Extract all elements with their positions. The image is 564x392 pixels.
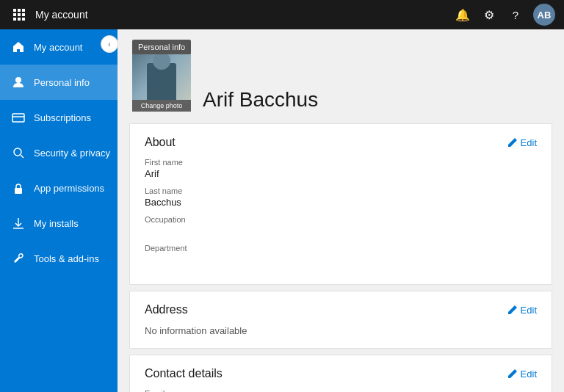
topbar-actions: 🔔 ⚙ ? AB [451, 3, 555, 26]
sidebar-item-my-installs-label: My installs [34, 218, 79, 229]
sidebar-item-tools-addins-label: Tools & add-ins [34, 253, 99, 264]
sidebar-collapse-button[interactable]: ‹ [101, 35, 118, 53]
sidebar-item-personal-info[interactable]: Personal info [0, 65, 118, 100]
svg-rect-1 [18, 9, 21, 12]
occupation-label: Occupation [145, 215, 537, 224]
last-name-label: Last name [145, 186, 537, 195]
svg-rect-0 [13, 9, 16, 12]
sidebar-item-subscriptions[interactable]: Subscriptions [0, 100, 118, 135]
sidebar: ‹ My account Personal info [0, 29, 118, 392]
contact-card-header: Contact details Edit [145, 367, 537, 380]
topbar: My account 🔔 ⚙ ? AB [0, 0, 564, 29]
help-question-icon[interactable]: ? [504, 3, 527, 26]
about-title: About [145, 136, 176, 149]
security-search-icon [12, 146, 25, 159]
about-card-header: About Edit [145, 136, 537, 149]
topbar-title: My account [35, 9, 451, 21]
wrench-icon [12, 252, 25, 265]
field-department: Department [145, 244, 537, 265]
notification-bell-icon[interactable]: 🔔 [451, 3, 474, 26]
svg-rect-2 [22, 9, 25, 12]
contact-card: Contact details Edit Email arif@onmsft.c… [129, 355, 552, 392]
field-last-name: Last name Bacchus [145, 186, 537, 208]
address-title: Address [145, 303, 188, 316]
occupation-value [145, 225, 537, 236]
person-icon [12, 76, 25, 89]
svg-point-9 [15, 77, 21, 83]
first-name-label: First name [145, 158, 537, 167]
sidebar-item-subscriptions-label: Subscriptions [34, 112, 91, 123]
address-no-info: No information available [145, 325, 537, 336]
contact-edit-button[interactable]: Edit [507, 369, 537, 380]
sidebar-item-tools-addins[interactable]: Tools & add-ins [0, 241, 118, 276]
content-area: Personal info Change photo Arif Bacchus … [118, 29, 564, 392]
sidebar-item-my-account-label: My account [34, 42, 82, 53]
profile-photo-container: Personal info Change photo [132, 41, 191, 112]
svg-rect-10 [12, 114, 24, 122]
field-occupation: Occupation [145, 215, 537, 236]
field-email: Email arif@onmsft.com [145, 389, 537, 392]
svg-rect-5 [22, 13, 25, 16]
address-card: Address Edit No information available [129, 291, 552, 349]
sidebar-item-my-installs[interactable]: My installs [0, 206, 118, 241]
about-card: About Edit First name Arif Last name Bac… [129, 123, 552, 285]
svg-rect-8 [22, 18, 25, 21]
svg-point-12 [14, 148, 21, 156]
download-icon [12, 217, 25, 230]
svg-rect-3 [13, 13, 16, 16]
change-photo-button[interactable]: Change photo [132, 100, 191, 112]
contact-edit-label: Edit [521, 369, 537, 380]
sidebar-item-my-account[interactable]: My account [0, 29, 118, 65]
profile-name: Arif Bacchus [203, 88, 318, 112]
lock-icon [12, 181, 25, 195]
svg-rect-7 [18, 18, 21, 21]
home-icon [12, 40, 25, 54]
sidebar-item-app-permissions-label: App permissions [34, 183, 104, 194]
about-edit-label: Edit [521, 137, 537, 148]
card-icon [12, 111, 25, 124]
about-edit-button[interactable]: Edit [507, 137, 537, 148]
grid-icon[interactable] [9, 4, 29, 25]
department-value [145, 254, 537, 265]
address-edit-label: Edit [521, 305, 537, 316]
main-layout: ‹ My account Personal info [0, 29, 564, 392]
profile-header: Personal info Change photo Arif Bacchus [129, 41, 552, 112]
avatar[interactable]: AB [533, 4, 555, 26]
svg-rect-4 [18, 13, 21, 16]
address-edit-button[interactable]: Edit [507, 305, 537, 316]
svg-line-13 [21, 155, 24, 158]
address-card-header: Address Edit [145, 303, 537, 316]
sidebar-item-personal-info-label: Personal info [34, 77, 90, 88]
settings-gear-icon[interactable]: ⚙ [477, 3, 501, 26]
svg-rect-6 [13, 18, 16, 21]
sidebar-item-security-privacy-label: Security & privacy [34, 148, 110, 159]
sidebar-item-security-privacy[interactable]: Security & privacy [0, 135, 118, 170]
contact-title: Contact details [145, 367, 223, 380]
svg-rect-14 [15, 188, 22, 194]
department-label: Department [145, 244, 537, 253]
field-first-name: First name Arif [145, 158, 537, 179]
tooltip: Personal info [132, 40, 191, 54]
last-name-value: Bacchus [145, 197, 537, 208]
email-label: Email [145, 389, 537, 392]
first-name-value: Arif [145, 168, 537, 179]
sidebar-item-app-permissions[interactable]: App permissions [0, 170, 118, 206]
